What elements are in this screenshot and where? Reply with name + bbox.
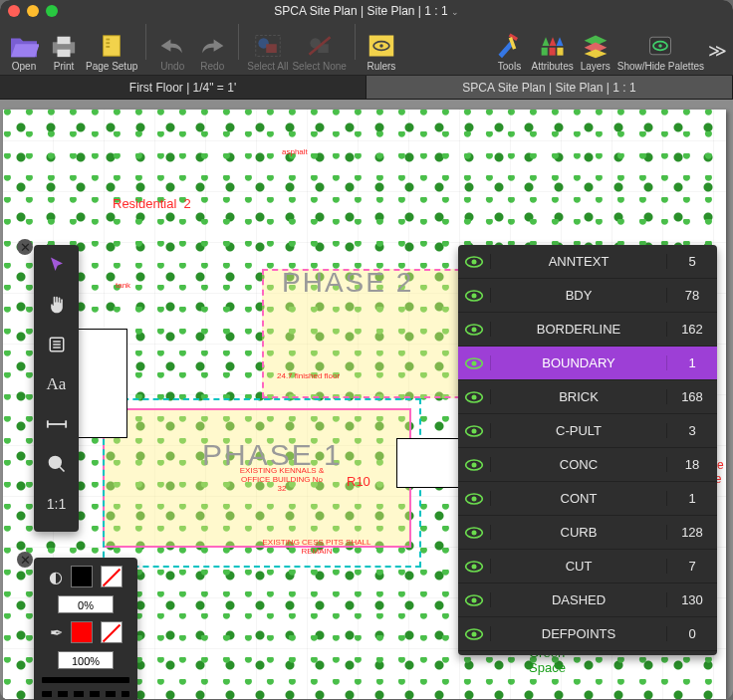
- stroke-opacity-field[interactable]: 100%: [58, 651, 114, 669]
- toolbar-label: Page Setup: [86, 61, 137, 72]
- tank-label: tank: [116, 281, 130, 290]
- visibility-toggle[interactable]: [458, 286, 490, 306]
- layer-row[interactable]: DASHED130: [458, 583, 717, 617]
- window-controls: [8, 5, 58, 17]
- fill-swatch-none[interactable]: [101, 566, 122, 587]
- visibility-toggle[interactable]: [458, 489, 490, 509]
- titlebar: SPCA Site Plan | Site Plan | 1 : 1⌄: [0, 0, 733, 22]
- layer-count: 18: [667, 457, 717, 472]
- layer-name: DASHED: [490, 592, 667, 607]
- visibility-toggle[interactable]: [458, 523, 490, 543]
- layers-button[interactable]: Layers: [578, 31, 613, 72]
- svg-point-40: [472, 360, 477, 365]
- stroke-icon[interactable]: ✒: [50, 623, 63, 642]
- layer-count: 168: [667, 389, 717, 404]
- document-tab[interactable]: SPCA Site Plan | Site Plan | 1 : 1: [366, 76, 733, 99]
- zoom-tool[interactable]: [34, 444, 79, 484]
- open-icon: [7, 31, 41, 61]
- open-button[interactable]: Open: [6, 31, 42, 72]
- fill-swatch-black[interactable]: [71, 566, 93, 587]
- redo-icon: [195, 31, 229, 61]
- svg-rect-18: [541, 48, 547, 56]
- toolbar-label: Attributes: [531, 61, 573, 72]
- layer-row[interactable]: BRICK168: [458, 380, 717, 414]
- close-icon[interactable]: ✕: [17, 239, 33, 255]
- window-title[interactable]: SPCA Site Plan | Site Plan | 1 : 1⌄: [0, 4, 733, 18]
- layers-panel[interactable]: ✕ ANNTEXT5BDY78BORDERLINE162BOUNDARY1BRI…: [458, 245, 717, 655]
- svg-point-34: [472, 259, 477, 264]
- rulers-button[interactable]: Rulers: [364, 31, 399, 72]
- layer-name: CURB: [490, 525, 667, 540]
- fill-opacity-field[interactable]: 0%: [58, 595, 114, 613]
- layer-row[interactable]: BOUNDARY1: [458, 347, 717, 380]
- close-window-button[interactable]: [8, 5, 20, 17]
- layer-name: C-PULT: [490, 423, 667, 438]
- minimize-window-button[interactable]: [27, 5, 39, 17]
- layer-row[interactable]: CONC18: [458, 448, 717, 482]
- page-setup-button[interactable]: Page Setup: [86, 31, 137, 72]
- scale-tool[interactable]: 1:1: [34, 484, 79, 524]
- tools-palette[interactable]: ✕ Aa 1:1: [34, 245, 79, 532]
- layer-row[interactable]: CURB128: [458, 516, 717, 550]
- toolbar-overflow-button[interactable]: ≫: [708, 40, 727, 72]
- layer-row[interactable]: DEFPOINTS0: [458, 617, 717, 651]
- pointer-tool[interactable]: [34, 245, 79, 285]
- visibility-toggle[interactable]: [458, 387, 490, 407]
- layer-name: DEFPOINTS: [490, 626, 667, 641]
- visibility-toggle[interactable]: [458, 557, 490, 577]
- zoom-window-button[interactable]: [46, 5, 58, 17]
- layer-row[interactable]: ANNTEXT5: [458, 245, 717, 279]
- stroke-swatch-red[interactable]: [71, 621, 93, 643]
- toolbar-label: Open: [12, 61, 36, 72]
- dimension-tool[interactable]: [34, 404, 79, 444]
- print-icon: [47, 31, 81, 61]
- visibility-toggle[interactable]: [458, 421, 490, 441]
- svg-rect-19: [549, 48, 555, 56]
- layer-name: BDY: [490, 288, 667, 303]
- close-icon[interactable]: ✕: [17, 552, 33, 568]
- attributes-palette[interactable]: ✕ ◐ 0% ✒ 100%: [34, 558, 137, 700]
- layer-row[interactable]: CUT7: [458, 550, 717, 583]
- svg-point-54: [472, 597, 477, 602]
- visibility-toggle[interactable]: [458, 455, 490, 475]
- svg-rect-4: [107, 39, 111, 41]
- visibility-toggle[interactable]: [458, 320, 490, 340]
- visibility-toggle[interactable]: [458, 353, 490, 373]
- svg-point-15: [379, 44, 383, 48]
- palettes-button[interactable]: Show/Hide Palettes: [617, 31, 704, 72]
- r10-label: R10: [347, 474, 370, 489]
- svg-rect-6: [107, 46, 111, 48]
- layer-row[interactable]: BDY78: [458, 279, 717, 313]
- residential-label: Residential 2: [113, 196, 191, 211]
- layer-row[interactable]: CONT1: [458, 482, 717, 516]
- document-tabbar: First Floor | 1/4" = 1'SPCA Site Plan | …: [0, 76, 733, 100]
- toolbar-label: Undo: [160, 61, 184, 72]
- svg-point-44: [472, 428, 477, 433]
- list-tool[interactable]: [34, 325, 79, 364]
- toolbar-label: Rulers: [366, 61, 395, 72]
- visibility-toggle[interactable]: [458, 252, 490, 272]
- tools-button[interactable]: Tools: [491, 31, 527, 72]
- layer-row[interactable]: BORDERLINE162: [458, 313, 717, 347]
- redo-button: Redo: [194, 31, 230, 72]
- undo-icon: [155, 31, 189, 61]
- document-tab[interactable]: First Floor | 1/4" = 1': [0, 76, 366, 99]
- visibility-toggle[interactable]: [458, 590, 490, 610]
- attributes-icon: [536, 31, 570, 61]
- main-toolbar: OpenPrintPage SetupUndoRedoSelect AllSel…: [0, 22, 733, 76]
- stroke-swatch-none[interactable]: [101, 621, 122, 643]
- svg-point-36: [472, 293, 477, 298]
- layer-row[interactable]: C-PULT3: [458, 414, 717, 448]
- tools-icon: [492, 31, 526, 61]
- attributes-button[interactable]: Attributes: [531, 31, 573, 72]
- toolbar-label: Show/Hide Palettes: [617, 61, 704, 72]
- line-style-solid[interactable]: [42, 677, 129, 683]
- layer-count: 128: [667, 525, 717, 540]
- layer-count: 130: [667, 592, 717, 607]
- visibility-toggle[interactable]: [458, 624, 490, 644]
- fill-icon[interactable]: ◐: [49, 568, 63, 586]
- line-style-dashed[interactable]: [42, 691, 129, 697]
- print-button[interactable]: Print: [46, 31, 82, 72]
- text-tool[interactable]: Aa: [34, 364, 79, 404]
- pan-tool[interactable]: [34, 285, 79, 325]
